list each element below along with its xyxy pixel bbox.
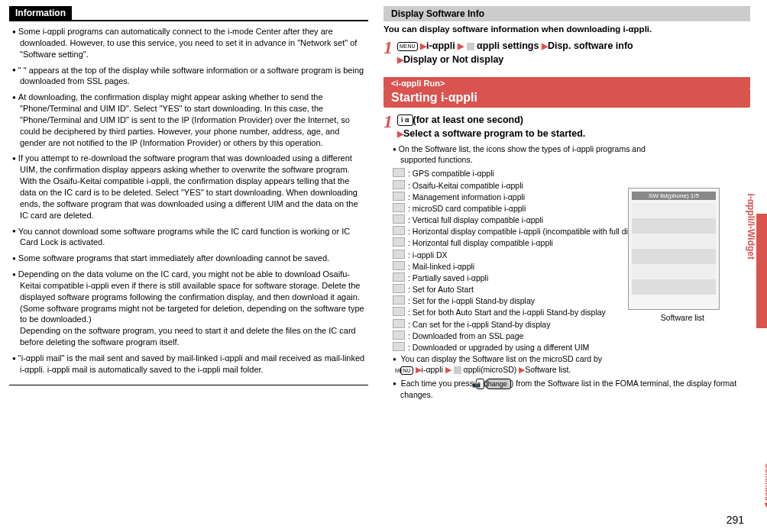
arrow-icon: ▶ (397, 129, 403, 138)
type-icon (393, 226, 405, 235)
info-item: " " appears at the top of the display wh… (12, 65, 365, 88)
icon-label: : Set for the i-αppli Stand-by display (408, 295, 535, 306)
type-icon (393, 319, 405, 328)
icon-label: : Vertical full display compatible i-αpp… (408, 214, 543, 225)
icon-list: : GPS compatible i-αppli : Osaifu-Keitai… (393, 168, 651, 353)
list-intro: On the Software list, the icons show the… (393, 143, 651, 165)
continued-label: Continued ▶ (764, 463, 767, 509)
note-change-format: Each time you press 📷(Change) from the S… (393, 378, 750, 400)
info-item: Some software programs that start immedi… (12, 253, 365, 264)
step-text: Select a software program to be started. (403, 128, 585, 139)
step-text: Disp. software info (548, 40, 633, 51)
information-header: Information (9, 6, 72, 20)
icon-row: : Mail-linked i-αppli (393, 261, 651, 272)
section-tag: <i-αppli Run> (384, 77, 750, 88)
arrow-icon: ▶ (445, 365, 451, 374)
icon-label: : Horizontal full display compatible i-α… (408, 237, 553, 248)
type-icon (393, 307, 405, 316)
display-software-info-header: Display Software Info (384, 6, 750, 21)
icon-label: : Management information i-αppli (408, 192, 525, 202)
info-item: You cannot download some software progra… (12, 226, 365, 249)
step-text: Display or Not display (403, 54, 503, 65)
arrow-icon: ▶ (416, 365, 422, 374)
step-text: αppli settings (477, 40, 539, 51)
screenshot-body (632, 203, 716, 295)
page-number: 291 (727, 514, 744, 526)
type-icon (393, 214, 405, 224)
menu-button-icon: MENU (397, 42, 418, 51)
icon-label: : Set for Auto Start (408, 284, 474, 295)
step-body: MENU ▶i-αppli ▶ αppli settings ▶Disp. so… (397, 38, 750, 66)
type-icon (393, 342, 405, 351)
information-box: Some i-αppli programs can automatically … (9, 20, 368, 385)
icon-row: : microSD card compatible i-αppli (393, 203, 651, 214)
type-icon (393, 272, 405, 282)
arrow-icon: ▶ (519, 365, 525, 374)
info-item: At downloading, the confirmation display… (12, 92, 365, 148)
type-icon (393, 180, 405, 189)
key-icon: i α (397, 114, 413, 126)
icon-row: : Horizontal full display compatible i-α… (393, 237, 651, 248)
icon-label: : Can set for the i-αppli Stand-by displ… (408, 319, 550, 330)
section-header-starting: Starting i-αppli (384, 88, 750, 108)
icon-label: : i-αppli DX (408, 250, 448, 260)
appli-icon (467, 43, 474, 50)
info-item: Some i-αppli programs can automatically … (12, 26, 365, 60)
icon-row: : Vertical full display compatible i-αpp… (393, 214, 651, 225)
icon-label: : Downloaded or upgraded by using a diff… (408, 342, 589, 353)
note-text: You can display the Software list on the… (401, 354, 602, 363)
screenshot-title: SW list(phone) 1/5 (632, 192, 716, 200)
icon-row: : Can set for the i-αppli Stand-by displ… (393, 319, 651, 330)
icon-row: : i-αppli DX (393, 250, 651, 260)
type-icon (393, 192, 405, 201)
step-body: i α(for at least one second) ▶Select a s… (397, 112, 750, 140)
step-number-icon: 1 (384, 112, 393, 131)
step-text: i-αppli (426, 40, 455, 51)
arrow-icon: ▶ (397, 55, 403, 64)
icon-label: : Mail-linked i-αppli (408, 261, 474, 272)
note-text: i-αppli (422, 365, 443, 374)
icon-row: : Osaifu-Keitai compatible i-αppli (393, 180, 651, 191)
type-icon (393, 284, 405, 293)
icon-row: : GPS compatible i-αppli (393, 168, 651, 179)
icon-row: : Set for Auto Start (393, 284, 651, 295)
software-list-screenshot: SW list(phone) 1/5 (628, 188, 720, 310)
icon-row: : Downloaded or upgraded by using a diff… (393, 342, 651, 353)
type-icon (393, 261, 405, 270)
appli-icon (454, 366, 461, 374)
step-1-display: 1 MENU ▶i-αppli ▶ αppli settings ▶Disp. … (384, 38, 750, 66)
type-icon (393, 330, 405, 340)
side-tab-label: i-αppli/i-Widget (746, 193, 756, 260)
intro-text: You can display software information whe… (384, 24, 750, 34)
icon-row: : Horizontal display compatible i-αppli … (393, 226, 651, 237)
step-1-start: 1 i α(for at least one second) ▶Select a… (384, 112, 750, 140)
note-text: Software list. (525, 365, 571, 374)
icon-label: : Set for both Auto Start and the i-αppl… (408, 307, 606, 318)
icon-row: : Set for the i-αppli Stand-by display (393, 295, 651, 306)
arrow-icon: ▶ (420, 41, 426, 50)
icon-label: : Downloaded from an SSL page (408, 330, 523, 341)
icon-label: : GPS compatible i-αppli (408, 168, 494, 179)
software-list-caption: Software list (661, 313, 704, 322)
icon-label: : Horizontal display compatible i-αppli … (408, 226, 649, 237)
type-icon (393, 203, 405, 212)
note-microsd: You can display the Software list on the… (393, 353, 750, 376)
icon-row: : Set for both Auto Start and the i-αppl… (393, 307, 651, 318)
icon-row: : Downloaded from an SSL page (393, 330, 651, 341)
step-text: (for at least one second) (413, 114, 523, 125)
type-icon (393, 237, 405, 247)
note-text: αppli(microSD) (464, 365, 517, 374)
icon-label: : microSD card compatible i-αppli (408, 203, 526, 214)
arrow-icon: ▶ (542, 41, 548, 50)
change-label: Change (487, 379, 511, 389)
menu-button-icon: MENU (400, 366, 413, 375)
icon-label: : Partially saved i-αppli (408, 272, 488, 283)
step-number-icon: 1 (384, 38, 393, 56)
type-icon (393, 250, 405, 259)
info-item: If you attempt to re-download the softwa… (12, 153, 365, 221)
type-icon (393, 168, 405, 177)
icon-row: : Partially saved i-αppli (393, 272, 651, 283)
left-column: Information Some i-αppli programs can au… (9, 6, 368, 403)
right-column: Display Software Info You can display so… (384, 6, 750, 403)
side-tab-bar (756, 214, 767, 328)
